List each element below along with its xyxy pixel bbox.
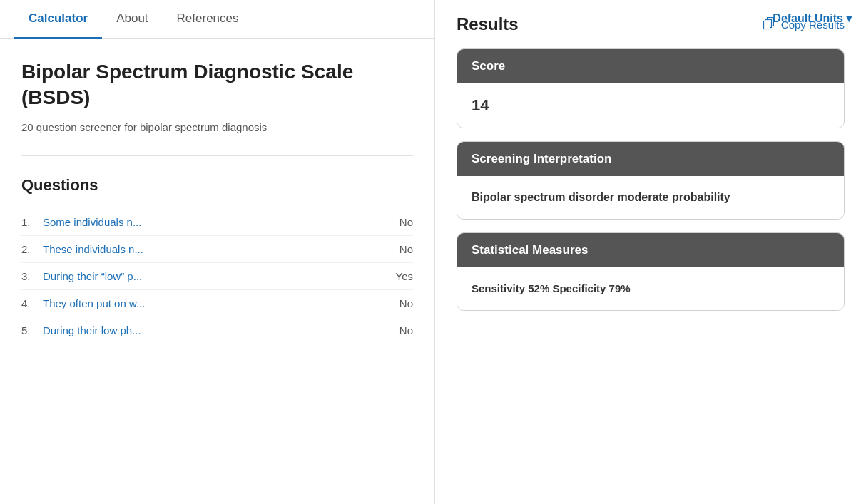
tab-about[interactable]: About: [102, 0, 162, 39]
question-text: During their “low” p...: [43, 270, 384, 282]
question-text: Some individuals n...: [43, 216, 384, 228]
tab-calculator[interactable]: Calculator: [14, 0, 102, 39]
stats-card-header: Statistical Measures: [457, 233, 844, 267]
question-text: These individuals n...: [43, 243, 384, 255]
interpretation-card: Screening Interpretation Bipolar spectru…: [457, 141, 845, 220]
question-item[interactable]: 2.These individuals n...No: [21, 236, 413, 263]
question-text: They often put on w...: [43, 297, 384, 309]
question-answer: No: [384, 216, 413, 228]
score-card: Score 14: [457, 48, 845, 128]
score-card-header: Score: [457, 49, 844, 83]
score-value: 14: [472, 96, 489, 114]
questions-heading: Questions: [21, 176, 413, 195]
question-number: 1.: [21, 216, 43, 228]
question-answer: No: [384, 243, 413, 255]
default-units-button[interactable]: Default Units ▾: [773, 11, 852, 25]
results-title: Results: [457, 14, 519, 34]
interpretation-card-body: Bipolar spectrum disorder moderate proba…: [457, 176, 844, 219]
question-answer: Yes: [384, 270, 413, 282]
question-answer: No: [384, 324, 413, 336]
stats-text: Sensitivity 52% Specificity 79%: [472, 280, 830, 297]
questions-list: 1.Some individuals n...No2.These individ…: [21, 209, 413, 344]
question-number: 3.: [21, 270, 43, 282]
question-answer: No: [384, 297, 413, 309]
calculator-subtitle: 20 question screener for bipolar spectru…: [21, 120, 413, 136]
interpretation-card-header: Screening Interpretation: [457, 142, 844, 176]
chevron-down-icon: ▾: [846, 11, 852, 25]
interpretation-text: Bipolar spectrum disorder moderate proba…: [472, 189, 830, 206]
question-item[interactable]: 5.During their low ph...No: [21, 317, 413, 344]
question-text: During their low ph...: [43, 324, 384, 336]
stats-card: Statistical Measures Sensitivity 52% Spe…: [457, 232, 845, 311]
default-units-label: Default Units: [773, 12, 843, 25]
question-item[interactable]: 4.They often put on w...No: [21, 290, 413, 317]
calculator-title: Bipolar Spectrum Diagnostic Scale (BSDS): [21, 59, 413, 111]
question-number: 5.: [21, 324, 43, 336]
question-item[interactable]: 1.Some individuals n...No: [21, 209, 413, 236]
score-card-body: 14: [457, 83, 844, 128]
question-number: 4.: [21, 297, 43, 309]
stats-card-body: Sensitivity 52% Specificity 79%: [457, 267, 844, 310]
question-number: 2.: [21, 243, 43, 255]
tab-references[interactable]: References: [163, 0, 253, 39]
question-item[interactable]: 3.During their “low” p...Yes: [21, 263, 413, 290]
divider: [21, 155, 413, 156]
left-panel: Calculator About References Bipolar Spec…: [0, 0, 435, 504]
tab-bar: Calculator About References: [0, 0, 434, 39]
left-content: Bipolar Spectrum Diagnostic Scale (BSDS)…: [0, 39, 434, 364]
right-panel: Results 🗍 Copy Results Score 14 Screenin…: [435, 0, 866, 504]
